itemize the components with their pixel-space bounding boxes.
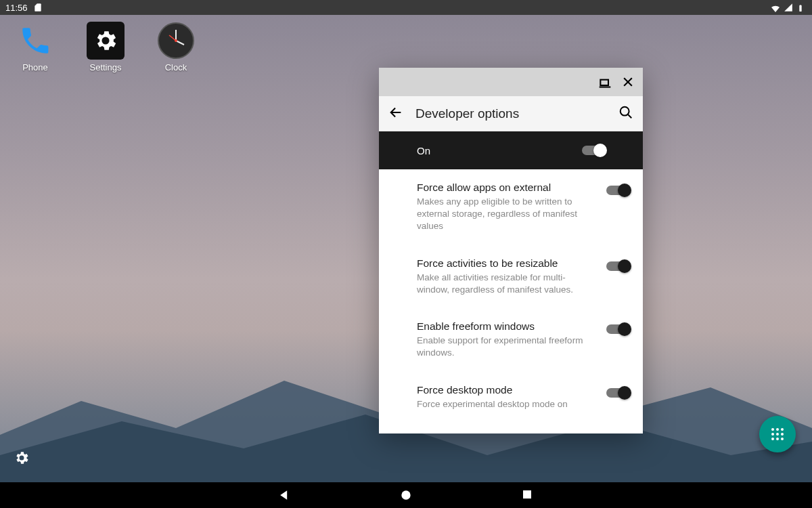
wifi-icon bbox=[770, 3, 780, 12]
option-force-desktop-mode[interactable]: Force desktop mode Force experimental de… bbox=[379, 372, 643, 423]
option-toggle[interactable] bbox=[606, 324, 629, 334]
option-enable-freeform[interactable]: Enable freeform windows Enable support f… bbox=[379, 308, 643, 371]
svg-point-16 bbox=[776, 433, 779, 436]
option-title: Force desktop mode bbox=[417, 384, 597, 396]
option-title: Force activities to be resizable bbox=[417, 257, 597, 270]
master-toggle[interactable] bbox=[582, 146, 605, 155]
window-titlebar[interactable] bbox=[379, 68, 643, 96]
app-settings-label: Settings bbox=[90, 62, 122, 72]
svg-point-20 bbox=[781, 438, 784, 440]
option-subtitle: Enable support for experimental freeform… bbox=[417, 335, 586, 359]
clock-icon bbox=[157, 22, 195, 60]
navigation-bar bbox=[0, 482, 812, 508]
cell-signal-icon bbox=[784, 3, 793, 12]
svg-point-14 bbox=[781, 428, 784, 431]
gear-icon bbox=[14, 450, 30, 466]
svg-point-19 bbox=[776, 438, 779, 440]
option-toggle[interactable] bbox=[606, 388, 629, 398]
option-toggle[interactable] bbox=[606, 261, 629, 271]
option-toggle[interactable] bbox=[606, 186, 629, 195]
app-drawer-button[interactable] bbox=[759, 416, 796, 452]
desktop-icons: Phone Settings Clock bbox=[9, 22, 202, 72]
svg-point-13 bbox=[776, 428, 779, 431]
app-phone-label: Phone bbox=[22, 62, 48, 72]
nav-recents-button[interactable] bbox=[521, 488, 535, 502]
status-time: 11:56 bbox=[5, 3, 28, 13]
app-phone[interactable]: Phone bbox=[9, 22, 61, 72]
svg-rect-5 bbox=[600, 80, 608, 85]
svg-line-11 bbox=[628, 114, 632, 118]
option-subtitle: Make all activities resizable for multi-… bbox=[417, 272, 586, 296]
nav-home-button[interactable] bbox=[399, 488, 413, 502]
search-button[interactable] bbox=[618, 105, 633, 123]
master-toggle-label: On bbox=[417, 145, 582, 156]
options-list[interactable]: Force allow apps on external Makes any a… bbox=[379, 169, 643, 433]
option-force-allow-external[interactable]: Force allow apps on external Makes any a… bbox=[379, 169, 643, 245]
nav-back-button[interactable] bbox=[277, 488, 291, 502]
option-title: Force allow apps on external bbox=[417, 182, 597, 194]
system-settings-button[interactable] bbox=[14, 450, 30, 469]
svg-point-12 bbox=[771, 428, 774, 431]
master-toggle-row: On bbox=[379, 131, 643, 169]
window-title: Developer options bbox=[415, 106, 606, 121]
svg-point-18 bbox=[771, 438, 774, 440]
window-maximize-button[interactable] bbox=[598, 75, 612, 89]
svg-point-21 bbox=[401, 490, 410, 499]
svg-point-15 bbox=[771, 433, 774, 436]
sdcard-icon bbox=[33, 3, 43, 12]
option-subtitle: Makes any app eligible to be written to … bbox=[417, 196, 586, 233]
svg-rect-22 bbox=[523, 490, 531, 499]
battery-icon bbox=[797, 3, 807, 12]
phone-icon bbox=[16, 22, 54, 60]
app-clock-label: Clock bbox=[165, 62, 187, 72]
svg-point-4 bbox=[175, 39, 177, 42]
gear-icon bbox=[87, 22, 125, 60]
app-clock[interactable]: Clock bbox=[150, 22, 202, 72]
option-subtitle: Force experimental desktop mode on bbox=[417, 398, 586, 410]
window-header: Developer options bbox=[379, 96, 643, 131]
status-bar: 11:56 bbox=[0, 0, 812, 15]
window-close-button[interactable] bbox=[621, 75, 635, 89]
back-button[interactable] bbox=[388, 105, 403, 123]
apps-grid-icon bbox=[769, 426, 786, 442]
option-title: Enable freeform windows bbox=[417, 320, 597, 333]
svg-point-17 bbox=[781, 433, 784, 436]
svg-point-10 bbox=[621, 106, 629, 115]
app-settings[interactable]: Settings bbox=[80, 22, 131, 72]
developer-options-window: Developer options On Force allow apps on… bbox=[379, 68, 643, 433]
option-force-resizable[interactable]: Force activities to be resizable Make al… bbox=[379, 245, 643, 308]
